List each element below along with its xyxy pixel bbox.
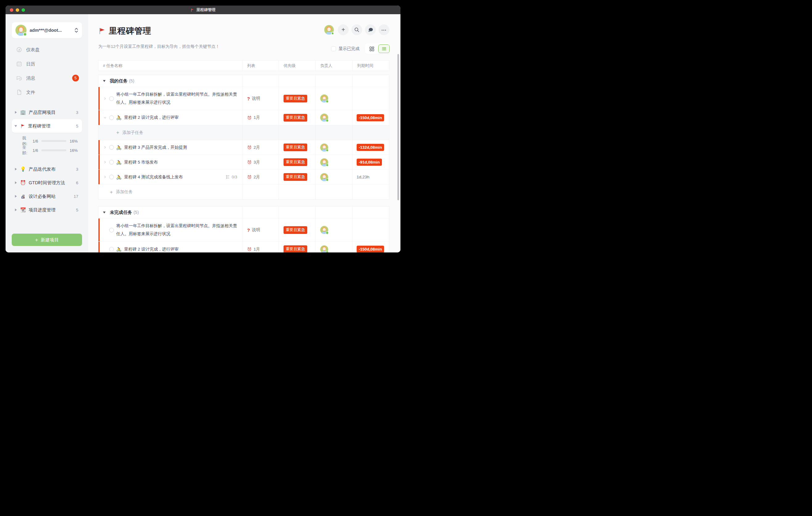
- add-subtask-row[interactable]: +添加子任务: [98, 125, 389, 140]
- task-complete-radio[interactable]: [109, 96, 114, 101]
- chevron-right-icon[interactable]: [103, 97, 107, 100]
- grid-view-button[interactable]: [366, 45, 377, 53]
- sidebar-item-calendar[interactable]: 日历: [12, 57, 82, 71]
- zoom-window-button[interactable]: [22, 8, 25, 12]
- more-button[interactable]: ...: [379, 24, 389, 35]
- task-priority-cell: 重要且紧急: [279, 242, 315, 253]
- task-title: 里程碑 4 测试完成准备线上发布: [124, 173, 183, 181]
- list-view-button[interactable]: [378, 45, 390, 53]
- add-button[interactable]: +: [338, 24, 349, 35]
- add-task-row[interactable]: +添加任务: [98, 184, 389, 199]
- main-panel: 里程碑管理 为一年12个月设置工作里程碑，目标为导向，抓住每个关键节点！ + .…: [88, 14, 401, 253]
- building-icon: 🏢: [20, 110, 26, 115]
- task-row[interactable]: 🚴 里程碑 5 市场发布 3月 重要且紧急 -91d,08min: [98, 155, 389, 170]
- plus-icon: +: [116, 130, 119, 135]
- owner-avatar: [320, 245, 328, 253]
- sidebar-project-schedule[interactable]: 📆 项目进度管理 5: [12, 203, 82, 217]
- minimize-window-button[interactable]: [16, 8, 19, 12]
- unread-count-badge: 5: [72, 75, 79, 82]
- close-window-button[interactable]: [10, 8, 13, 12]
- search-button[interactable]: [351, 24, 362, 35]
- task-title: 将小组一年工作目标拆解，设置出里程碑时间节点。并指派相关责任人。用标签来展示进行…: [116, 90, 238, 107]
- bulb-icon: 💡: [20, 166, 26, 172]
- chevron-right-icon[interactable]: [103, 161, 107, 164]
- sidebar-item-label: 消息: [26, 75, 35, 81]
- chevron-down-icon: [14, 124, 17, 127]
- cyclist-icon: 🚴: [116, 160, 121, 165]
- column-header-name: # 任务名称: [98, 60, 242, 71]
- scrollbar-thumb[interactable]: [397, 54, 399, 200]
- window-title-text: 里程碑管理: [196, 7, 216, 13]
- ellipsis-icon: ...: [381, 26, 386, 32]
- avatar[interactable]: [324, 25, 334, 34]
- column-header-list: 列表: [242, 60, 279, 71]
- task-row[interactable]: 将小组一年工作目标拆解，设置出里程碑时间节点。并指派相关责任人。用标签来展示进行…: [98, 219, 389, 242]
- sidebar-project-gtd[interactable]: ⏰ GTD时间管理方法 6: [12, 176, 82, 190]
- group-header[interactable]: 未完成任务 (5): [98, 206, 389, 219]
- account-switcher[interactable]: adm***@doot...: [12, 22, 82, 38]
- flag-icon: [98, 27, 106, 35]
- group-count: (5): [134, 210, 139, 215]
- page-title: 里程碑管理: [98, 25, 151, 36]
- task-row[interactable]: 🚴 里程碑 2 设计完成，进行评审 1月 重要且紧急 -150d,08min: [98, 242, 389, 253]
- project-count: 5: [76, 208, 78, 212]
- sidebar-item-messages[interactable]: 消息 5: [12, 71, 82, 85]
- task-row[interactable]: 🚴 里程碑 2 设计完成，进行评审 1月 重要且紧急 -150d,08min: [98, 110, 389, 125]
- project-list: 🏢 产品官网项目 3 里程碑管理 5 我的: 1/6 16%: [12, 106, 82, 217]
- task-list-cell: 3月: [242, 155, 279, 169]
- task-complete-radio[interactable]: [109, 247, 114, 252]
- task-complete-radio[interactable]: [109, 175, 114, 179]
- task-complete-radio[interactable]: [109, 115, 114, 120]
- task-title: 里程碑 2 设计完成，进行评审: [124, 245, 179, 253]
- progress-row-all: 全部: 1/6 16%: [12, 146, 82, 155]
- task-complete-radio[interactable]: [109, 145, 114, 150]
- progress-bar: [41, 140, 66, 142]
- sidebar-project-iteration[interactable]: 💡 产品迭代发布 3: [12, 162, 82, 176]
- sidebar-project-design-sites[interactable]: 🖨 设计必备网站 17: [12, 190, 82, 203]
- app-window: 里程碑管理 adm***@doot... 仪表盘 日历: [5, 5, 401, 253]
- sidebar-project-product-site[interactable]: 🏢 产品官网项目 3: [12, 106, 82, 119]
- sidebar-project-milestone[interactable]: 里程碑管理 5: [12, 119, 82, 133]
- chevron-right-icon: [14, 168, 17, 171]
- chevron-right-icon[interactable]: [103, 146, 107, 149]
- sidebar-nav: 仪表盘 日历 消息 5 文件: [12, 42, 82, 99]
- progress-percent: 16%: [70, 148, 78, 153]
- group-title: 我的任务: [110, 78, 128, 83]
- task-row[interactable]: 将小组一年工作目标拆解，设置出里程碑时间节点。并指派相关责任人。用标签来展示进行…: [98, 87, 389, 110]
- task-priority-cell: 重要且紧急: [279, 140, 315, 154]
- task-row[interactable]: 🚴 里程碑 4 测试完成准备线上发布 0/3 2月 重要且紧急: [98, 170, 389, 184]
- column-header-priority: 优先级: [279, 60, 315, 71]
- file-icon: [16, 89, 22, 95]
- chevron-right-icon[interactable]: [103, 175, 107, 179]
- chat-button[interactable]: [365, 24, 376, 35]
- view-toggle: [365, 44, 390, 54]
- overdue-badge: -150d,08min: [357, 114, 384, 121]
- cyclist-icon: 🚴: [116, 247, 121, 252]
- task-complete-radio[interactable]: [109, 160, 114, 165]
- project-progress: 我的: 1/6 16% 全部: 1/6 16%: [12, 136, 82, 155]
- owner-avatar: [320, 114, 328, 122]
- project-label: 设计必备网站: [29, 194, 56, 199]
- page-subtitle: 为一年12个月设置工作里程碑，目标为导向，抓住每个关键节点！: [98, 44, 220, 49]
- message-icon: [16, 75, 22, 81]
- project-count: 6: [76, 180, 78, 185]
- chevron-down-icon[interactable]: [103, 116, 107, 119]
- task-owner-cell: [315, 87, 352, 110]
- sidebar-item-dashboard[interactable]: 仪表盘: [12, 42, 82, 57]
- new-project-button[interactable]: + 新建项目: [12, 234, 82, 246]
- sidebar: adm***@doot... 仪表盘 日历 消息 5: [5, 14, 88, 253]
- project-count: 3: [76, 167, 78, 172]
- task-due-cell: -91d,08min: [352, 155, 389, 169]
- progress-label: 全部:: [22, 145, 30, 156]
- task-owner-cell: [315, 242, 352, 253]
- project-label: 产品官网项目: [29, 110, 56, 115]
- task-row[interactable]: 🚴 里程碑 3 产品开发完成，开始提测 2月 重要且紧急 -132d,08min: [98, 140, 389, 155]
- printer-icon: 🖨: [20, 194, 26, 199]
- show-completed-label: 显示已完成: [339, 46, 360, 52]
- show-completed-checkbox[interactable]: [331, 46, 336, 51]
- project-label: 项目进度管理: [29, 207, 56, 213]
- flag-icon: [20, 123, 25, 129]
- group-header[interactable]: 我的任务 (5): [98, 75, 389, 87]
- sidebar-item-files[interactable]: 文件: [12, 85, 82, 99]
- task-complete-radio[interactable]: [109, 228, 114, 232]
